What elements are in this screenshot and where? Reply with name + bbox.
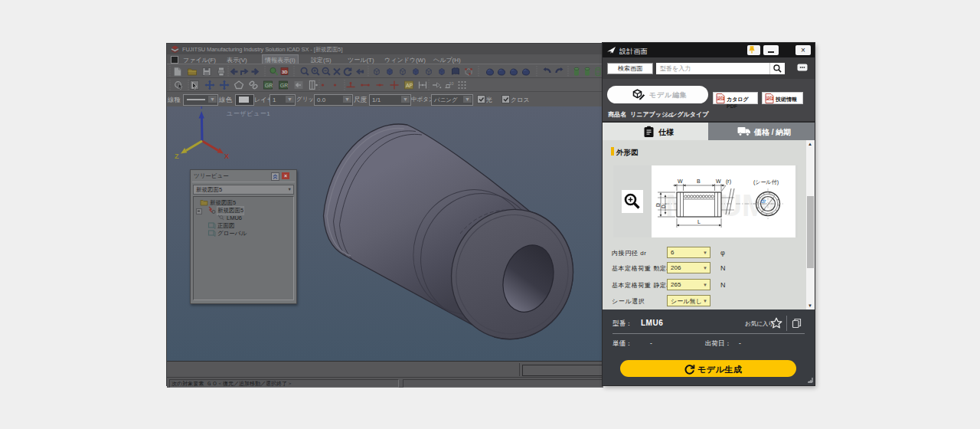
svg-text:X: X [224, 152, 229, 160]
svg-text:W: W [678, 178, 683, 184]
svg-text:PDF: PDF [766, 97, 773, 100]
svg-text:L: L [697, 219, 701, 224]
svg-text:(r): (r) [726, 178, 731, 185]
svg-text:B: B [697, 178, 701, 184]
svg-text:W: W [716, 178, 721, 184]
svg-text:10: 10 [449, 81, 454, 86]
svg-text:(シール付): (シール付) [753, 179, 779, 185]
svg-text:GR: GR [280, 83, 289, 88]
svg-text:3D: 3D [282, 70, 288, 74]
svg-text:AP: AP [406, 83, 413, 88]
svg-text:dr: dr [761, 198, 766, 204]
svg-text:D₁: D₁ [661, 202, 666, 208]
svg-text:PDF: PDF [717, 97, 724, 100]
svg-text:Z: Z [175, 152, 179, 160]
svg-text:GR: GR [265, 83, 273, 88]
svg-text:D: D [655, 203, 661, 207]
svg-text:Y: Y [199, 106, 204, 110]
